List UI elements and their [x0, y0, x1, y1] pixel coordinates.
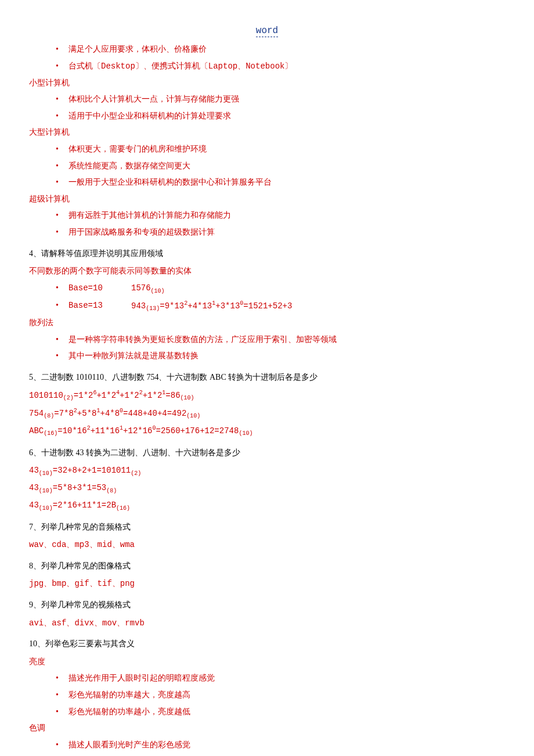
- mini-computer-list: 体积比个人计算机大一点，计算与存储能力更强 适用于中小型企业和科研机构的计算处理…: [56, 92, 505, 124]
- q7-answer: wav、cda、mp3、mid、wma: [29, 537, 505, 553]
- list-item: Base=13943(13)=9*132+4*131+3*130=1521+52…: [56, 298, 505, 314]
- base13-value: 943(13)=9*132+4*131+3*130=1521+52+3: [131, 298, 292, 314]
- list-item: 系统性能更高，数据存储空间更大: [56, 159, 505, 174]
- header-link: word: [29, 22, 505, 39]
- section-heading-super: 超级计算机: [29, 192, 505, 207]
- q6-line3: 43(10)=2*16+11*1=2B(16): [29, 498, 505, 514]
- question-7: 7、列举几种常见的音频格式: [29, 520, 505, 535]
- q8-answer: jpg、bmp、gif、tif、png: [29, 576, 505, 592]
- mainframe-list: 体积更大，需要专门的机房和维护环境 系统性能更高，数据存储空间更大 一般用于大型…: [56, 142, 505, 190]
- list-item: Base=101576(10): [56, 280, 505, 297]
- list-item: 其中一种散列算法就是进展基数转换: [56, 348, 505, 364]
- list-item: 满足个人应用要求，体积小、价格廉价: [56, 42, 505, 57]
- list-item: 台式机〔Desktop〕、便携式计算机〔Laptop、Notebook〕: [56, 59, 505, 74]
- question-5: 5、二进制数 1010110、八进制数 754、十六进制数 ABC 转换为十进制…: [29, 370, 505, 386]
- hue-list: 描述人眼看到光时产生的彩色感觉: [56, 737, 505, 753]
- list-item: 描述光作用于人眼时引起的明暗程度感觉: [56, 671, 505, 686]
- q5-line1: 1010110(2)=1*26+1*24+1*22+1*21=86(10): [29, 387, 505, 404]
- q4-statement: 不同数形的两个数字可能表示同等数量的实体: [29, 264, 505, 279]
- header-link-text[interactable]: word: [256, 26, 278, 37]
- question-4: 4、请解释等值原理并说明其应用领域: [29, 246, 505, 262]
- question-10: 10、列举色彩三要素与其含义: [29, 636, 505, 652]
- section-heading-mainframe: 大型计算机: [29, 125, 505, 141]
- q6-line1: 43(10)=32+8+2+1=101011(2): [29, 463, 505, 479]
- list-item: 一般用于大型企业和科研机构的数据中心和计算服务平台: [56, 175, 505, 190]
- section-heading-mini: 小型计算机: [29, 75, 505, 91]
- hash-heading: 散列法: [29, 315, 505, 331]
- q6-line2: 43(10)=5*8+3*1=53(8): [29, 480, 505, 496]
- question-9: 9、列举几种常见的视频格式: [29, 597, 505, 613]
- list-item: 体积更大，需要专门的机房和维护环境: [56, 142, 505, 157]
- personal-computer-list: 满足个人应用要求，体积小、价格廉价 台式机〔Desktop〕、便携式计算机〔La…: [56, 42, 505, 74]
- question-8: 8、列举几种常见的图像格式: [29, 559, 505, 574]
- list-item: 是一种将字符串转换为更短长度数值的方法，广泛应用于索引、加密等领域: [56, 332, 505, 348]
- q5-line3: ABC(16)=10*162+11*161+12*160=2560+176+12…: [29, 423, 505, 439]
- luminance-list: 描述光作用于人眼时引起的明暗程度感觉 彩色光辐射的功率越大，亮度越高 彩色光辐射…: [56, 671, 505, 719]
- supercomputer-list: 拥有远胜于其他计算机的计算能力和存储能力 用于国家战略服务和专项的超级数据计算: [56, 208, 505, 240]
- hue-heading: 色调: [29, 721, 505, 736]
- list-item: 体积比个人计算机大一点，计算与存储能力更强: [56, 92, 505, 107]
- q4-base-list: Base=101576(10) Base=13943(13)=9*132+4*1…: [56, 280, 505, 314]
- question-6: 6、十进制数 43 转换为二进制、八进制、十六进制各是多少: [29, 445, 505, 461]
- list-item: 描述人眼看到光时产生的彩色感觉: [56, 737, 505, 753]
- list-item: 适用于中小型企业和科研机构的计算处理要求: [56, 109, 505, 124]
- q9-answer: avi、asf、divx、mov、rmvb: [29, 615, 505, 631]
- list-item: 用于国家战略服务和专项的超级数据计算: [56, 225, 505, 240]
- q5-line2: 754(8)=7*82+5*81+4*80=448+40+4=492(10): [29, 405, 505, 422]
- list-item: 彩色光辐射的功率越小，亮度越低: [56, 704, 505, 720]
- base10-value: 1576(10): [131, 280, 165, 297]
- luminance-heading: 亮度: [29, 654, 505, 670]
- hash-list: 是一种将字符串转换为更短长度数值的方法，广泛应用于索引、加密等领域 其中一种散列…: [56, 332, 505, 364]
- list-item: 彩色光辐射的功率越大，亮度越高: [56, 687, 505, 703]
- list-item: 拥有远胜于其他计算机的计算能力和存储能力: [56, 208, 505, 224]
